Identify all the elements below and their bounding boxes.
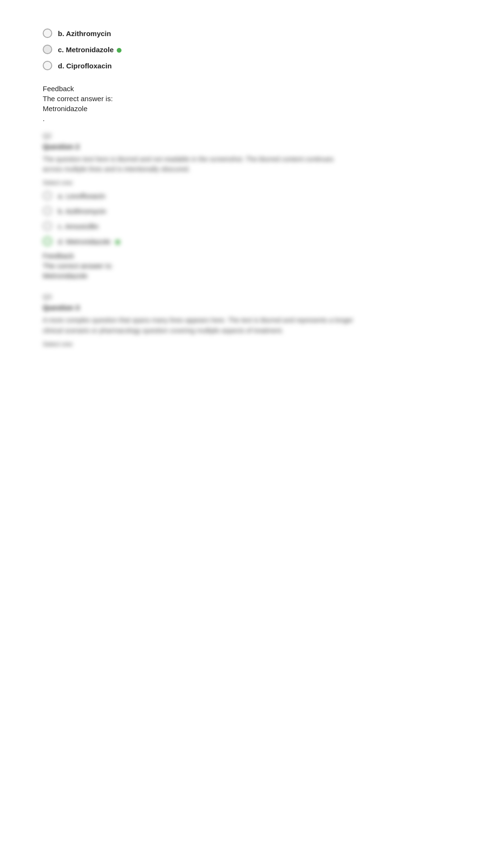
option-d-label: d. Ciprofloxacin [58, 62, 112, 70]
blurred-radio-c2 [43, 221, 52, 231]
blurred-section-1: Q2 Question 2 The question text here is … [43, 132, 461, 280]
question-1-options: b. Azithromycin c. Metronidazole d. Cipr… [43, 28, 461, 70]
blurred-radio-b2 [43, 206, 52, 216]
correct-answer-value: Metronidazole [43, 104, 461, 113]
blurred-radio-d2 [43, 236, 52, 246]
blurred-q2-num: Q2 [43, 132, 461, 140]
blurred-option-d: d. Metronidazole [43, 236, 461, 246]
blurred-option-c: c. Amoxicillin [43, 221, 461, 231]
separator: . [43, 114, 461, 123]
blurred-q3-text: A more complex question that spans many … [43, 315, 356, 336]
option-c[interactable]: c. Metronidazole [43, 45, 461, 54]
blurred-dot-d [115, 240, 120, 245]
option-b-label: b. Azithromycin [58, 29, 111, 38]
blurred-feedback-label-2: Feedback [43, 252, 461, 260]
blurred-a-label: a. Levofloxacin [58, 192, 105, 200]
radio-d[interactable] [43, 61, 52, 70]
blurred-q3-select: Select one: [43, 340, 461, 348]
feedback-label: Feedback [43, 85, 461, 93]
blurred-answer-val-2: Metronidazole [43, 272, 461, 280]
blurred-q2-select: Select one: [43, 179, 461, 186]
blurred-q3-num: Q3 [43, 293, 461, 301]
option-d[interactable]: d. Ciprofloxacin [43, 61, 461, 70]
blurred-option-b: b. Azithromycin [43, 206, 461, 216]
option-c-label: c. Metronidazole [58, 46, 121, 54]
blurred-c-label: c. Amoxicillin [58, 222, 99, 230]
blurred-q2-text: The question text here is blurred and no… [43, 154, 346, 174]
correct-dot-c [117, 48, 121, 53]
blurred-q2-title: Question 2 [43, 142, 461, 151]
blurred-option-a: a. Levofloxacin [43, 191, 461, 200]
blurred-d-label: d. Metronidazole [58, 237, 120, 246]
blurred-b-label: b. Azithromycin [58, 207, 106, 215]
blurred-q3-title: Question 3 [43, 303, 461, 312]
blurred-radio-a [43, 191, 52, 200]
blurred-section-2: Q3 Question 3 A more complex question th… [43, 293, 461, 348]
radio-c[interactable] [43, 45, 52, 54]
feedback-section-1: Feedback The correct answer is: Metronid… [43, 85, 461, 123]
blurred-correct-intro-2: The correct answer is: [43, 262, 461, 270]
option-b[interactable]: b. Azithromycin [43, 28, 461, 38]
radio-b[interactable] [43, 28, 52, 38]
correct-answer-intro: The correct answer is: [43, 94, 461, 103]
